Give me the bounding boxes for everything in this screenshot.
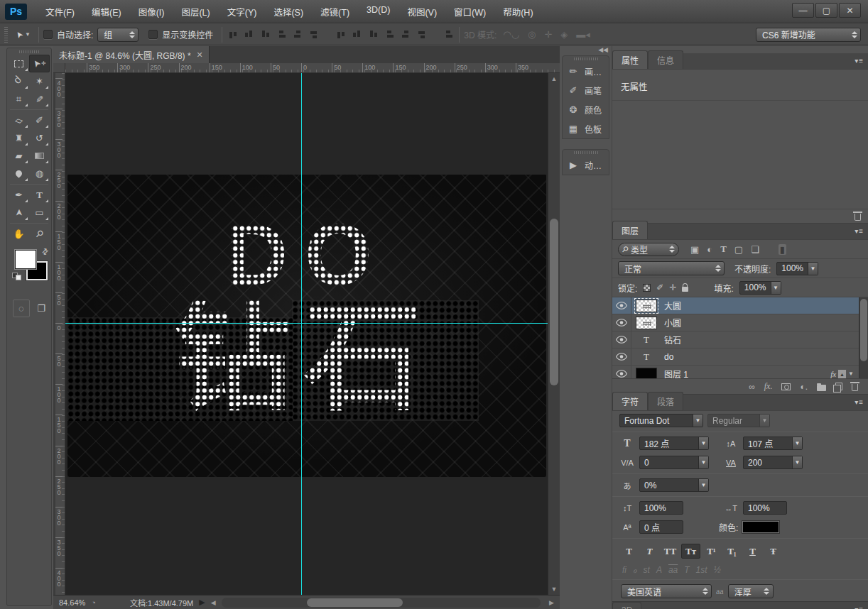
layer-thumbnail[interactable]	[636, 300, 657, 312]
crop-tool[interactable]: ⌗	[9, 90, 29, 108]
menu-item[interactable]: 文件(F)	[37, 2, 83, 21]
kerning-field[interactable]: 0▼	[639, 456, 709, 469]
faux-italic-button[interactable]: T	[640, 544, 659, 559]
menu-item[interactable]: 图层(L)	[173, 2, 218, 21]
all-caps-button[interactable]: TT	[661, 544, 680, 559]
pen-tool[interactable]: ✒	[9, 186, 29, 204]
filter-pixel-icon[interactable]: ▣	[690, 244, 699, 255]
swap-colors-icon[interactable]: ⇄	[40, 246, 51, 258]
font-size-field[interactable]: 182 点▼	[639, 437, 709, 450]
canvas[interactable]: DO 钻石	[67, 175, 546, 477]
vertical-scroll-thumb[interactable]	[550, 219, 558, 385]
scroll-right-icon[interactable]: ▶	[549, 599, 554, 606]
options-grip[interactable]	[4, 27, 8, 43]
small-caps-button[interactable]: Tᴛ	[681, 544, 700, 559]
default-colors-icon[interactable]	[12, 273, 21, 280]
fractions-button[interactable]: ½	[714, 565, 721, 575]
maximize-button[interactable]: ▢	[815, 3, 837, 18]
visibility-eye-icon[interactable]	[612, 314, 631, 331]
minimize-button[interactable]: —	[792, 3, 814, 18]
add-mask-icon[interactable]	[781, 383, 791, 390]
lock-transparency-icon[interactable]	[643, 284, 651, 292]
horizontal-scroll-thumb[interactable]	[307, 598, 403, 607]
layer-filter-dropdown[interactable]: ⚲ 类型	[618, 243, 679, 256]
type-tool[interactable]: T	[29, 186, 50, 204]
menu-item[interactable]: 文字(Y)	[219, 2, 266, 21]
lock-all-icon[interactable]	[682, 287, 688, 292]
move-tool[interactable]: ➤✛	[29, 55, 50, 72]
chevron-down-icon[interactable]: ▼	[792, 437, 802, 449]
chevron-down-icon[interactable]: ▼	[698, 437, 708, 449]
brush-tool[interactable]: ✐	[29, 111, 50, 129]
layer-name[interactable]: 大圆	[664, 300, 854, 312]
scroll-up-icon[interactable]: ▲	[837, 369, 847, 379]
canvas-viewport[interactable]: DO 钻石	[65, 73, 548, 595]
quick-mask-button[interactable]: ◌	[13, 300, 30, 317]
dock-item-swatches[interactable]: ▦色板	[563, 119, 609, 138]
faux-bold-button[interactable]: T	[619, 544, 639, 559]
ligatures-button[interactable]: fi	[622, 565, 626, 575]
chevron-down-icon[interactable]: ▼	[771, 282, 781, 294]
chevron-down-icon[interactable]: ▼	[808, 263, 818, 275]
subscript-button[interactable]: T₁	[722, 544, 742, 559]
visibility-eye-icon[interactable]	[612, 297, 631, 314]
vertical-ruler[interactable]: 4003503002502001501005005010015020025030…	[55, 73, 65, 595]
blur-tool[interactable]	[9, 165, 29, 182]
close-button[interactable]: ✕	[839, 3, 861, 18]
horizontal-scale-field[interactable]: 100%	[743, 501, 787, 515]
ordinals-button[interactable]: 1st	[696, 565, 707, 575]
panel-menu-icon[interactable]: ▾≡	[855, 57, 864, 65]
auto-select-checkbox[interactable]	[43, 30, 53, 39]
tab-close-icon[interactable]: ✕	[197, 50, 203, 60]
titling-alternates-button[interactable]: T	[684, 565, 689, 575]
vertical-guide[interactable]	[301, 73, 302, 595]
hand-tool[interactable]: ✋	[9, 225, 29, 243]
tracking-field[interactable]: 200▼	[743, 456, 803, 469]
layer-thumbnail[interactable]	[636, 368, 657, 379]
filter-type-icon[interactable]: T	[720, 243, 727, 255]
visibility-eye-icon[interactable]	[612, 331, 631, 348]
dock-item-brush[interactable]: ✐画笔	[563, 81, 609, 100]
eyedropper-tool[interactable]: ✎	[29, 90, 50, 108]
opacity-field[interactable]: 100%▼	[776, 262, 818, 275]
contextual-alternates-button[interactable]: st	[644, 565, 650, 575]
layer-name[interactable]: do	[664, 352, 854, 362]
menu-item[interactable]: 图像(I)	[130, 2, 173, 21]
history-brush-tool[interactable]: ↺	[29, 129, 50, 147]
dock-item-brush-presets[interactable]: ✏画…	[563, 62, 609, 81]
fill-field[interactable]: 100%▼	[739, 281, 781, 295]
gradient-tool[interactable]	[29, 147, 50, 165]
auto-select-dropdown[interactable]: 组	[97, 28, 139, 42]
workspace-switcher[interactable]: CS6 新增功能	[756, 28, 861, 42]
zoom-level[interactable]: 84.64%	[59, 598, 85, 607]
visibility-eye-icon[interactable]	[612, 349, 631, 365]
layer-fx-badge[interactable]: fx	[830, 370, 836, 378]
visibility-eye-icon[interactable]	[612, 366, 631, 378]
menu-item[interactable]: 视图(V)	[398, 2, 445, 21]
layers-scroll-thumb[interactable]	[860, 299, 867, 361]
layer-row-dayuan[interactable]: 大圆	[612, 297, 868, 314]
tab-info[interactable]: 信息	[648, 50, 683, 69]
chevron-down-icon[interactable]: ▼	[698, 479, 708, 491]
menu-item[interactable]: 窗口(W)	[445, 2, 494, 21]
tab-properties[interactable]: 属性	[612, 50, 648, 69]
expand-dock-icon[interactable]: ◀◀	[560, 46, 612, 55]
clone-stamp-tool[interactable]: ♜	[9, 129, 29, 147]
filter-toggle-icon[interactable]: ▮	[779, 244, 786, 255]
tab-layers[interactable]: 图层	[612, 221, 648, 239]
layer-thumbnail[interactable]	[636, 317, 657, 329]
scroll-up-icon[interactable]: ▲	[548, 75, 560, 82]
healing-brush-tool[interactable]: ▱	[9, 111, 29, 129]
text-color-swatch[interactable]	[742, 521, 779, 533]
rect-marquee-tool[interactable]	[9, 55, 29, 72]
magic-wand-tool[interactable]: ✶	[29, 72, 50, 90]
chevron-down-icon[interactable]: ▼	[759, 415, 769, 427]
underline-button[interactable]: T	[743, 544, 762, 559]
tab-3d[interactable]: 3D	[612, 602, 641, 609]
dock-item-color[interactable]: ❂颜色	[563, 100, 609, 119]
blend-mode-dropdown[interactable]: 正常	[618, 261, 725, 275]
link-layers-icon[interactable]: ∞	[749, 382, 755, 392]
horizontal-scrollbar[interactable]	[222, 598, 541, 608]
chevron-down-icon[interactable]: ▼	[698, 456, 708, 468]
swash-button[interactable]: A	[656, 565, 662, 575]
